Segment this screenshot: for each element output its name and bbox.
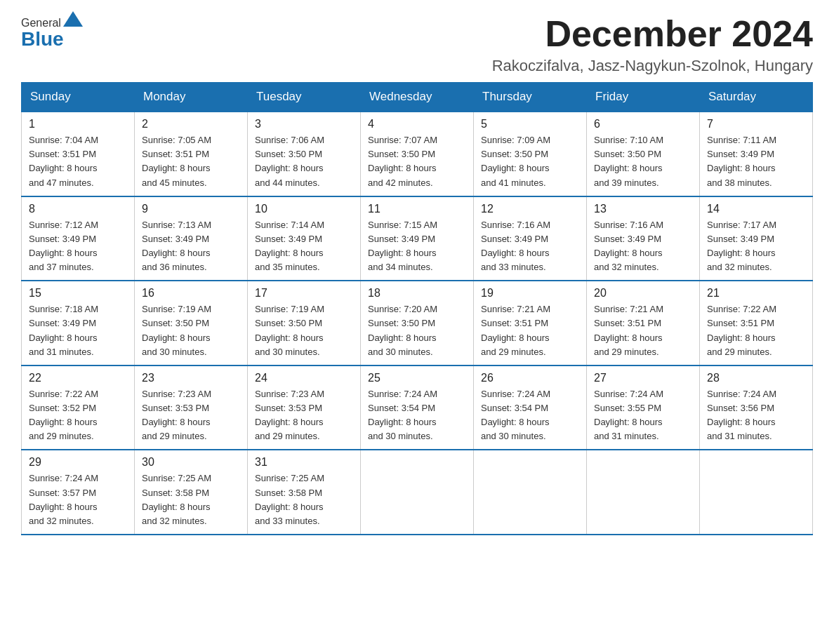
day-number: 10: [255, 203, 353, 215]
calendar-cell: 19Sunrise: 7:21 AMSunset: 3:51 PMDayligh…: [474, 281, 587, 365]
calendar-cell: 27Sunrise: 7:24 AMSunset: 3:55 PMDayligh…: [587, 365, 700, 450]
day-info: Sunrise: 7:25 AMSunset: 3:58 PMDaylight:…: [142, 471, 240, 528]
calendar-cell: 10Sunrise: 7:14 AMSunset: 3:49 PMDayligh…: [248, 196, 361, 281]
calendar-cell: 8Sunrise: 7:12 AMSunset: 3:49 PMDaylight…: [22, 196, 135, 281]
day-info: Sunrise: 7:20 AMSunset: 3:50 PMDaylight:…: [368, 302, 466, 359]
day-number: 26: [481, 372, 579, 384]
day-number: 14: [707, 203, 805, 215]
weekday-header-wednesday: Wednesday: [361, 83, 474, 112]
calendar-cell: 29Sunrise: 7:24 AMSunset: 3:57 PMDayligh…: [22, 450, 135, 535]
logo: General Blue: [21, 14, 85, 51]
day-number: 1: [29, 118, 127, 130]
calendar-cell: 12Sunrise: 7:16 AMSunset: 3:49 PMDayligh…: [474, 196, 587, 281]
week-row-1: 1Sunrise: 7:04 AMSunset: 3:51 PMDaylight…: [22, 112, 813, 196]
day-number: 2: [142, 118, 240, 130]
weekday-header-saturday: Saturday: [700, 83, 813, 112]
page-header: General Blue December 2024 Rakoczifalva,…: [21, 14, 813, 75]
calendar-cell: 24Sunrise: 7:23 AMSunset: 3:53 PMDayligh…: [248, 365, 361, 450]
logo-blue-text: Blue: [21, 28, 64, 51]
location-text: Rakoczifalva, Jasz-Nagykun-Szolnok, Hung…: [492, 57, 813, 75]
day-info: Sunrise: 7:15 AMSunset: 3:49 PMDaylight:…: [368, 218, 466, 275]
day-number: 4: [368, 118, 466, 130]
day-number: 11: [368, 203, 466, 215]
calendar-cell: 4Sunrise: 7:07 AMSunset: 3:50 PMDaylight…: [361, 112, 474, 196]
day-info: Sunrise: 7:16 AMSunset: 3:49 PMDaylight:…: [481, 218, 579, 275]
day-info: Sunrise: 7:11 AMSunset: 3:49 PMDaylight:…: [707, 133, 805, 190]
day-info: Sunrise: 7:21 AMSunset: 3:51 PMDaylight:…: [594, 302, 692, 359]
day-info: Sunrise: 7:09 AMSunset: 3:50 PMDaylight:…: [481, 133, 579, 190]
month-title: December 2024: [492, 14, 813, 54]
weekday-header-monday: Monday: [135, 83, 248, 112]
day-number: 12: [481, 203, 579, 215]
calendar-cell: [700, 450, 813, 535]
day-number: 13: [594, 203, 692, 215]
day-info: Sunrise: 7:24 AMSunset: 3:54 PMDaylight:…: [368, 387, 466, 444]
day-number: 5: [481, 118, 579, 130]
day-info: Sunrise: 7:19 AMSunset: 3:50 PMDaylight:…: [142, 302, 240, 359]
calendar-cell: 13Sunrise: 7:16 AMSunset: 3:49 PMDayligh…: [587, 196, 700, 281]
day-info: Sunrise: 7:13 AMSunset: 3:49 PMDaylight:…: [142, 218, 240, 275]
calendar-cell: 14Sunrise: 7:17 AMSunset: 3:49 PMDayligh…: [700, 196, 813, 281]
week-row-2: 8Sunrise: 7:12 AMSunset: 3:49 PMDaylight…: [22, 196, 813, 281]
day-number: 15: [29, 287, 127, 300]
day-number: 7: [707, 118, 805, 130]
calendar-cell: 9Sunrise: 7:13 AMSunset: 3:49 PMDaylight…: [135, 196, 248, 281]
weekday-header-tuesday: Tuesday: [248, 83, 361, 112]
day-number: 9: [142, 203, 240, 215]
day-number: 22: [29, 372, 127, 384]
calendar-cell: 22Sunrise: 7:22 AMSunset: 3:52 PMDayligh…: [22, 365, 135, 450]
day-info: Sunrise: 7:23 AMSunset: 3:53 PMDaylight:…: [142, 387, 240, 444]
day-info: Sunrise: 7:04 AMSunset: 3:51 PMDaylight:…: [29, 133, 127, 190]
weekday-header-row: SundayMondayTuesdayWednesdayThursdayFrid…: [22, 83, 813, 112]
calendar-cell: 7Sunrise: 7:11 AMSunset: 3:49 PMDaylight…: [700, 112, 813, 196]
day-info: Sunrise: 7:25 AMSunset: 3:58 PMDaylight:…: [255, 471, 353, 528]
week-row-4: 22Sunrise: 7:22 AMSunset: 3:52 PMDayligh…: [22, 365, 813, 450]
week-row-3: 15Sunrise: 7:18 AMSunset: 3:49 PMDayligh…: [22, 281, 813, 365]
day-number: 31: [255, 456, 353, 469]
day-info: Sunrise: 7:24 AMSunset: 3:57 PMDaylight:…: [29, 471, 127, 528]
day-number: 29: [29, 456, 127, 469]
day-number: 16: [142, 287, 240, 300]
day-info: Sunrise: 7:12 AMSunset: 3:49 PMDaylight:…: [29, 218, 127, 275]
day-number: 6: [594, 118, 692, 130]
calendar-cell: [587, 450, 700, 535]
day-number: 28: [707, 372, 805, 384]
day-info: Sunrise: 7:16 AMSunset: 3:49 PMDaylight:…: [594, 218, 692, 275]
day-info: Sunrise: 7:14 AMSunset: 3:49 PMDaylight:…: [255, 218, 353, 275]
day-number: 24: [255, 372, 353, 384]
day-number: 23: [142, 372, 240, 384]
day-info: Sunrise: 7:22 AMSunset: 3:52 PMDaylight:…: [29, 387, 127, 444]
calendar-cell: 30Sunrise: 7:25 AMSunset: 3:58 PMDayligh…: [135, 450, 248, 535]
calendar-cell: 6Sunrise: 7:10 AMSunset: 3:50 PMDaylight…: [587, 112, 700, 196]
weekday-header-thursday: Thursday: [474, 83, 587, 112]
calendar-cell: 23Sunrise: 7:23 AMSunset: 3:53 PMDayligh…: [135, 365, 248, 450]
calendar-cell: 25Sunrise: 7:24 AMSunset: 3:54 PMDayligh…: [361, 365, 474, 450]
day-number: 19: [481, 287, 579, 300]
logo-triangle-icon: [63, 11, 83, 27]
calendar-cell: 3Sunrise: 7:06 AMSunset: 3:50 PMDaylight…: [248, 112, 361, 196]
calendar-cell: 18Sunrise: 7:20 AMSunset: 3:50 PMDayligh…: [361, 281, 474, 365]
day-info: Sunrise: 7:24 AMSunset: 3:55 PMDaylight:…: [594, 387, 692, 444]
day-info: Sunrise: 7:07 AMSunset: 3:50 PMDaylight:…: [368, 133, 466, 190]
calendar-cell: 20Sunrise: 7:21 AMSunset: 3:51 PMDayligh…: [587, 281, 700, 365]
day-number: 25: [368, 372, 466, 384]
weekday-header-sunday: Sunday: [22, 83, 135, 112]
calendar-table: SundayMondayTuesdayWednesdayThursdayFrid…: [21, 82, 813, 535]
calendar-cell: [474, 450, 587, 535]
day-info: Sunrise: 7:22 AMSunset: 3:51 PMDaylight:…: [707, 302, 805, 359]
day-number: 21: [707, 287, 805, 300]
day-info: Sunrise: 7:19 AMSunset: 3:50 PMDaylight:…: [255, 302, 353, 359]
calendar-cell: 17Sunrise: 7:19 AMSunset: 3:50 PMDayligh…: [248, 281, 361, 365]
day-info: Sunrise: 7:21 AMSunset: 3:51 PMDaylight:…: [481, 302, 579, 359]
day-number: 30: [142, 456, 240, 469]
calendar-cell: 21Sunrise: 7:22 AMSunset: 3:51 PMDayligh…: [700, 281, 813, 365]
calendar-cell: 26Sunrise: 7:24 AMSunset: 3:54 PMDayligh…: [474, 365, 587, 450]
calendar-cell: 1Sunrise: 7:04 AMSunset: 3:51 PMDaylight…: [22, 112, 135, 196]
day-number: 17: [255, 287, 353, 300]
calendar-cell: 16Sunrise: 7:19 AMSunset: 3:50 PMDayligh…: [135, 281, 248, 365]
weekday-header-friday: Friday: [587, 83, 700, 112]
day-number: 18: [368, 287, 466, 300]
day-info: Sunrise: 7:24 AMSunset: 3:56 PMDaylight:…: [707, 387, 805, 444]
calendar-cell: 15Sunrise: 7:18 AMSunset: 3:49 PMDayligh…: [22, 281, 135, 365]
day-number: 20: [594, 287, 692, 300]
